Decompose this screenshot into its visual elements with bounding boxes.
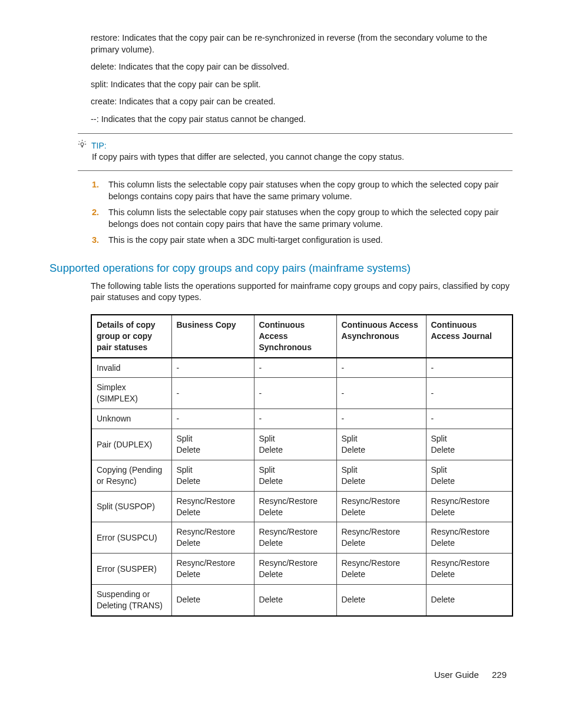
table-cell: - [254,358,336,378]
definitions-block: restore: Indicates that the copy pair ca… [91,32,513,125]
table-cell: Split (SUSPOP) [91,491,171,522]
table-cell: Simplex (SIMPLEX) [91,378,171,409]
table-cell: Delete [426,585,513,616]
table-cell: Error (SUSPCU) [91,522,171,554]
table-cell: - [336,409,426,429]
header-ca-journal: Continuous Access Journal [426,315,513,358]
table-row: Suspending or Deleting (TRANS)DeleteDele… [91,585,513,616]
table-cell: - [426,358,513,378]
definition-restore: restore: Indicates that the copy pair ca… [91,32,513,55]
table-cell: SplitDelete [254,429,336,460]
table-cell: Resync/RestoreDelete [254,554,336,585]
table-row: Error (SUSPER)Resync/RestoreDeleteResync… [91,554,513,585]
tip-box: TIP: If copy pairs with types that diffe… [78,133,513,171]
section-intro: The following table lists the operations… [91,281,513,304]
table-cell: Suspending or Deleting (TRANS) [91,585,171,616]
table-cell: Resync/RestoreDelete [254,522,336,554]
section-heading: Supported operations for copy groups and… [49,262,513,275]
table-cell: Resync/RestoreDelete [336,491,426,522]
table-cell: Resync/RestoreDelete [171,491,254,522]
header-ca-async: Continuous Access Asynchronous [336,315,426,358]
page-footer: User Guide 229 [49,670,513,680]
table-cell: Pair (DUPLEX) [91,429,171,460]
table-cell: Copying (Pending or Resync) [91,460,171,491]
table-cell: Resync/RestoreDelete [171,522,254,554]
notes-list: This column lists the selectable copy pa… [91,179,513,246]
table-cell: Delete [171,585,254,616]
table-row: Invalid---- [91,358,513,378]
table-cell: Resync/RestoreDelete [254,491,336,522]
definition-dashes: --: Indicates that the copy pair status … [91,114,513,126]
header-business-copy: Business Copy [171,315,254,358]
table-cell: - [426,378,513,409]
table-cell: Error (SUSPER) [91,554,171,585]
page-content: restore: Indicates that the copy pair ca… [0,0,562,715]
footer-title: User Guide [434,670,479,680]
table-row: Unknown---- [91,409,513,429]
table-cell: - [254,409,336,429]
table-cell: - [171,378,254,409]
table-cell: Resync/RestoreDelete [426,554,513,585]
footer-page-number: 229 [492,670,507,680]
table-cell: Resync/RestoreDelete [171,554,254,585]
tip-text: If copy pairs with types that differ are… [92,151,513,163]
table-cell: - [254,378,336,409]
table-cell: Resync/RestoreDelete [336,554,426,585]
table-cell: - [171,409,254,429]
table-cell: SplitDelete [426,460,513,491]
table-cell: - [336,358,426,378]
table-cell: Unknown [91,409,171,429]
header-ca-sync: Continuous Access Synchronous [254,315,336,358]
table-row: Error (SUSPCU)Resync/RestoreDeleteResync… [91,522,513,554]
tip-label: TIP: [91,141,107,150]
table-cell: Resync/RestoreDelete [426,491,513,522]
table-cell: SplitDelete [336,460,426,491]
table-row: Simplex (SIMPLEX)---- [91,378,513,409]
note-item-2: This column lists the selectable copy pa… [107,207,513,230]
operations-table: Details of copy group or copy pair statu… [91,314,513,617]
table-cell: Invalid [91,358,171,378]
table-cell: - [426,409,513,429]
table-cell: - [171,358,254,378]
table-row: Copying (Pending or Resync)SplitDeleteSp… [91,460,513,491]
definition-split: split: Indicates that the copy pair can … [91,79,513,91]
table-cell: SplitDelete [336,429,426,460]
table-header-row: Details of copy group or copy pair statu… [91,315,513,358]
definition-create: create: Indicates that a copy pair can b… [91,96,513,108]
table-body: Invalid----Simplex (SIMPLEX)----Unknown-… [91,358,513,616]
table-cell: SplitDelete [426,429,513,460]
lightbulb-icon [78,140,87,150]
table-cell: SplitDelete [254,460,336,491]
table-cell: Delete [254,585,336,616]
table-cell: Resync/RestoreDelete [426,522,513,554]
table-cell: SplitDelete [171,460,254,491]
note-item-3: This is the copy pair state when a 3DC m… [107,235,513,246]
table-row: Split (SUSPOP)Resync/RestoreDeleteResync… [91,491,513,522]
header-details: Details of copy group or copy pair statu… [91,315,171,358]
table-cell: Delete [336,585,426,616]
table-cell: SplitDelete [171,429,254,460]
table-row: Pair (DUPLEX)SplitDeleteSplitDeleteSplit… [91,429,513,460]
table-cell: - [336,378,426,409]
definition-delete: delete: Indicates that the copy pair can… [91,61,513,73]
table-cell: Resync/RestoreDelete [336,522,426,554]
note-item-1: This column lists the selectable copy pa… [107,179,513,202]
